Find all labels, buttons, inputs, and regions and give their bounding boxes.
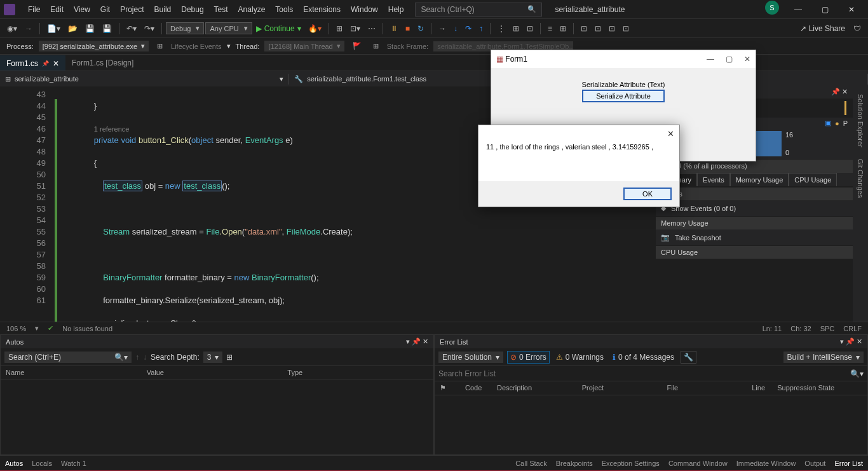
menu-project[interactable]: Project [115, 3, 149, 17]
step-out-icon[interactable]: ↑ [476, 22, 486, 35]
nav-down-icon[interactable]: ↓ [143, 353, 147, 362]
step-icon-1[interactable]: → [435, 22, 449, 35]
search-box[interactable]: Search (Ctrl+Q) 🔍 [415, 3, 542, 17]
step-over-icon[interactable]: ↷ [462, 22, 475, 35]
new-item-icon[interactable]: 📄▾ [44, 22, 64, 35]
config-dropdown[interactable]: Debug▾ [166, 22, 204, 34]
close-icon[interactable]: ✕ [857, 338, 862, 345]
tab-command[interactable]: Command Window [668, 460, 728, 467]
errors-filter[interactable]: ⊘0 Errors [507, 351, 550, 364]
menu-edit[interactable]: Edit [45, 3, 69, 17]
tool-icon-3[interactable]: ⋯ [365, 22, 379, 35]
col-type[interactable]: Type [287, 369, 428, 376]
save-all-icon[interactable]: 💾 [99, 22, 115, 35]
scope-dropdown[interactable]: Entire Solution ▾ [438, 352, 503, 363]
menu-help[interactable]: Help [383, 3, 409, 17]
warnings-filter[interactable]: ⚠0 Warnings [553, 352, 606, 363]
restart-icon[interactable]: ↻ [414, 22, 427, 35]
tab-output[interactable]: Output [804, 460, 825, 467]
build-filter-dropdown[interactable]: Build + IntelliSense ▾ [783, 352, 864, 363]
tool-icon-5[interactable]: ⊞ [510, 22, 522, 35]
tab-autos[interactable]: Autos [5, 460, 23, 467]
tool-icon-10[interactable]: ⊡ [592, 22, 604, 35]
tool-icon-12[interactable]: ⊡ [620, 22, 632, 35]
menu-tools[interactable]: Tools [270, 3, 298, 17]
diag-tab-events[interactable]: Events [697, 173, 730, 186]
tool-icon-9[interactable]: ⊡ [578, 22, 590, 35]
pin-icon[interactable]: 📌 [846, 338, 855, 345]
col-code[interactable]: Code [465, 384, 497, 392]
show-events-link[interactable]: ◆ Show Events (0 of 0) [656, 200, 853, 216]
tab-form1-design[interactable]: Form1.cs [Design] [65, 56, 140, 70]
user-avatar[interactable]: S [765, 1, 779, 15]
tab-callstack[interactable]: Call Stack [515, 460, 547, 467]
redo-icon[interactable]: ↷▾ [141, 22, 158, 35]
form1-minimize[interactable]: — [707, 55, 714, 64]
col-name[interactable]: Name [6, 369, 147, 376]
form1-maximize[interactable]: ▢ [726, 55, 733, 64]
git-changes-tab[interactable]: Git Changes [855, 156, 865, 200]
serialize-button[interactable]: Serialize Attribute [582, 90, 665, 102]
open-icon[interactable]: 📂 [65, 22, 81, 35]
col-desc[interactable]: Description [497, 384, 582, 392]
menu-analyze[interactable]: Analyze [233, 3, 271, 17]
search-error-placeholder[interactable]: Search Error List [438, 369, 496, 378]
tool-icon-8[interactable]: ⊞ [557, 22, 569, 35]
tab-breakpoints[interactable]: Breakpoints [556, 460, 593, 467]
col-value[interactable]: Value [147, 369, 288, 376]
col-file[interactable]: File [667, 384, 752, 392]
maximize-button[interactable]: ▢ [812, 1, 837, 18]
autos-search[interactable]: Search (Ctrl+E)🔍▾ [4, 352, 132, 363]
messages-filter[interactable]: ℹ0 of 4 Messages [610, 352, 677, 363]
pin-icon[interactable]: 📌 [412, 338, 421, 345]
col-project[interactable]: Project [582, 384, 667, 392]
tool-icon-7[interactable]: ≡ [545, 22, 555, 35]
process-dropdown[interactable]: [992] serializable_attribute.exe▾ [39, 41, 149, 51]
menu-git[interactable]: Git [95, 3, 115, 17]
tab-immediate[interactable]: Immediate Window [736, 460, 796, 467]
nav-up-icon[interactable]: ↑ [135, 353, 139, 362]
col-suppression[interactable]: Suppression State [777, 384, 862, 392]
tab-form1-cs[interactable]: Form1.cs📌✕ [0, 55, 65, 71]
tab-errorlist[interactable]: Error List [834, 460, 863, 467]
close-tab-icon[interactable]: ✕ [53, 59, 59, 68]
diag-tab-cpu[interactable]: CPU Usage [789, 173, 837, 186]
filter-icon[interactable]: 🔧 [681, 351, 696, 364]
undo-icon[interactable]: ↶▾ [123, 22, 140, 35]
dropdown-icon[interactable]: ▾ [840, 338, 844, 345]
close-button[interactable]: ✕ [839, 1, 864, 18]
admin-icon[interactable]: 🛡 [850, 22, 864, 35]
tool-icon-11[interactable]: ⊡ [606, 22, 618, 35]
menu-extensions[interactable]: Extensions [298, 3, 346, 17]
tab-locals[interactable]: Locals [32, 460, 52, 467]
continue-button[interactable]: ▶Continue▾ [254, 23, 304, 34]
tb-icon[interactable]: ⊞ [226, 353, 233, 362]
col-line[interactable]: Line [752, 384, 777, 392]
menu-build[interactable]: Build [149, 3, 177, 17]
tool-icon-6[interactable]: ⊡ [524, 22, 536, 35]
dropdown-icon[interactable]: ▾ [406, 338, 410, 345]
back-button[interactable]: ◉▾ [4, 22, 20, 35]
col-icon[interactable]: ⚑ [440, 384, 465, 392]
pin-icon[interactable]: 📌 [42, 60, 49, 67]
menu-view[interactable]: View [69, 3, 95, 17]
nav-project[interactable]: ⊞ serializable_attribute▾ [0, 74, 289, 85]
tool-icon-4[interactable]: ⋮ [494, 22, 508, 35]
tool-icon-1[interactable]: ⊞ [333, 22, 346, 35]
thread-icon[interactable]: ⊞ [370, 40, 382, 52]
menu-test[interactable]: Test [209, 3, 233, 17]
live-share-button[interactable]: ↗Live Share [796, 23, 849, 34]
msgbox-close[interactable]: ✕ [667, 129, 674, 139]
hot-reload-icon[interactable]: 🔥▾ [305, 22, 325, 35]
depth-dropdown[interactable]: 3▾ [203, 352, 223, 363]
close-icon[interactable]: ✕ [423, 338, 428, 345]
pause-icon[interactable]: ⏸ [387, 22, 401, 35]
zoom-level[interactable]: 106 % [6, 325, 26, 332]
save-icon[interactable]: 💾 [82, 22, 98, 35]
take-snapshot-link[interactable]: 📷 Take Snapshot [656, 229, 853, 245]
menu-file[interactable]: File [23, 3, 45, 17]
lifecycle-icon[interactable]: ⊞ [154, 40, 166, 52]
minimize-button[interactable]: — [785, 1, 811, 18]
tool-icon-2[interactable]: ⊡▾ [347, 22, 363, 35]
msgbox-ok-button[interactable]: OK [623, 188, 672, 200]
